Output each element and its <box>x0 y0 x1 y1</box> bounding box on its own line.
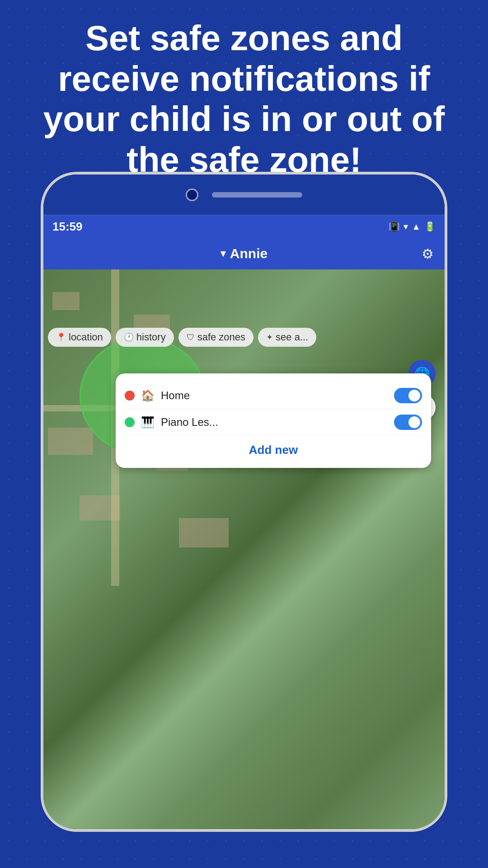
tab-location[interactable]: 📍 location <box>48 328 111 347</box>
piano-status-dot <box>125 417 135 427</box>
map-building <box>48 428 93 455</box>
add-new-label: Add new <box>249 443 298 457</box>
status-bar: 15:59 📳 ▾ ▲ 🔋 <box>43 215 445 238</box>
phone-top-bar <box>43 175 445 215</box>
speaker <box>212 192 302 198</box>
tab-see-all-label: see a... <box>276 331 308 343</box>
safe-zone-piano-left: 🎹 Piano Les... <box>125 416 218 429</box>
map-area: 📍 location 🕐 history 🛡 safe zones ✦ see … <box>43 269 445 829</box>
home-icon: 🏠 <box>141 389 155 402</box>
location-tab-icon: 📍 <box>56 332 66 342</box>
header-chevron-icon: ▾ <box>221 248 225 259</box>
map-building <box>52 292 80 310</box>
status-icons: 📳 ▾ ▲ 🔋 <box>389 221 436 232</box>
front-camera <box>186 189 198 201</box>
status-time: 15:59 <box>52 220 83 234</box>
wifi-icon: ▾ <box>404 221 408 232</box>
add-new-button[interactable]: Add new <box>125 436 422 459</box>
header-title-container[interactable]: ▾ Annie <box>221 246 267 261</box>
map-building <box>179 518 229 547</box>
tab-safe-zones-label: safe zones <box>197 331 245 343</box>
home-zone-toggle[interactable] <box>394 388 422 403</box>
tab-history-label: history <box>136 331 166 343</box>
see-all-tab-icon: ✦ <box>266 332 273 342</box>
tab-location-label: location <box>69 331 103 343</box>
tab-safe-zones[interactable]: 🛡 safe zones <box>178 328 253 347</box>
home-zone-name: Home <box>161 389 190 402</box>
home-status-dot <box>125 391 135 401</box>
tab-history[interactable]: 🕐 history <box>116 328 174 347</box>
app-header: ▾ Annie ⚙ <box>43 238 445 269</box>
piano-icon: 🎹 <box>141 416 155 429</box>
headline-text: Set safe zones and receive notifications… <box>27 18 461 180</box>
vibrate-icon: 📳 <box>389 221 400 232</box>
piano-zone-name: Piano Les... <box>161 416 218 429</box>
settings-button[interactable]: ⚙ <box>422 246 434 262</box>
signal-icon: ▲ <box>412 222 421 232</box>
history-tab-icon: 🕐 <box>124 332 134 342</box>
phone-frame: 15:59 📳 ▾ ▲ 🔋 ▾ Annie ⚙ <box>41 172 447 832</box>
tab-bar: 📍 location 🕐 history 🛡 safe zones ✦ see … <box>43 324 445 351</box>
phone-screen: 15:59 📳 ▾ ▲ 🔋 ▾ Annie ⚙ <box>43 215 445 829</box>
header-user-name: Annie <box>230 246 267 261</box>
safe-zone-home-left: 🏠 Home <box>125 389 190 402</box>
battery-icon: 🔋 <box>424 221 436 232</box>
tab-see-all[interactable]: ✦ see a... <box>258 328 316 347</box>
safe-zones-popup: 🏠 Home 🎹 Piano Les... Add ne <box>116 373 431 468</box>
safe-zones-tab-icon: 🛡 <box>187 333 195 342</box>
piano-zone-toggle[interactable] <box>394 415 422 430</box>
safe-zone-row-home[interactable]: 🏠 Home <box>125 382 422 409</box>
safe-zone-row-piano[interactable]: 🎹 Piano Les... <box>125 409 422 436</box>
